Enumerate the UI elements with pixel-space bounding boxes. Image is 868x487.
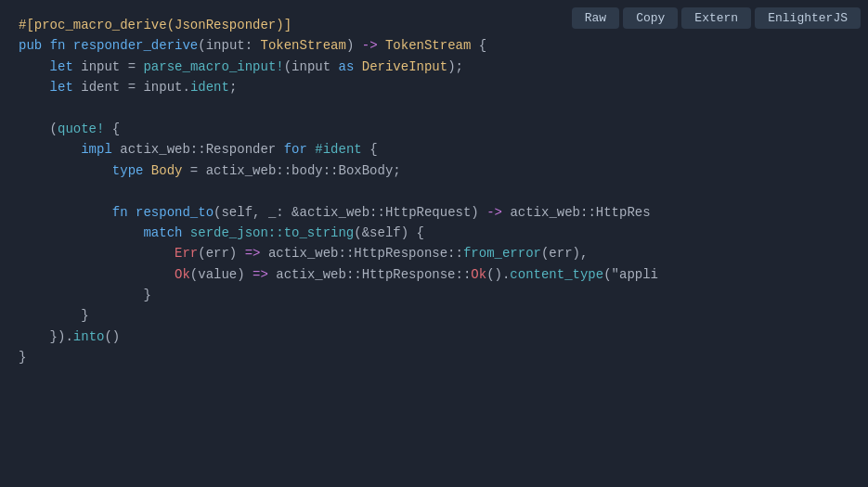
- toolbar: Raw Copy Extern EnlighterJS: [572, 7, 861, 29]
- code-block: #[proc_macro_derive(JsonResponder)] pub …: [0, 0, 868, 383]
- copy-button[interactable]: Copy: [623, 7, 678, 29]
- enlighterjs-button[interactable]: EnlighterJS: [755, 7, 861, 29]
- raw-button[interactable]: Raw: [572, 7, 619, 29]
- extern-button[interactable]: Extern: [681, 7, 751, 29]
